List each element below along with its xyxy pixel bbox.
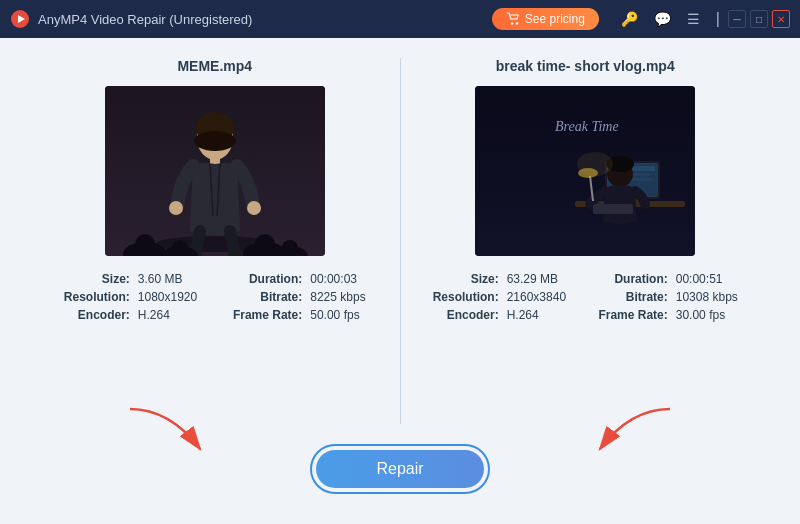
right-video-thumbnail: Break Time xyxy=(475,86,695,256)
titlebar-icons: 🔑 💬 ☰ xyxy=(617,9,704,29)
repair-button-wrapper: Repair xyxy=(310,444,489,494)
left-bitrate-label: Bitrate: xyxy=(219,290,302,304)
right-resolution-label: Resolution: xyxy=(421,290,499,304)
minimize-button[interactable]: ─ xyxy=(728,10,746,28)
svg-point-21 xyxy=(282,240,298,256)
left-framerate-label: Frame Rate: xyxy=(219,308,302,322)
right-duration-value: 00:00:51 xyxy=(676,272,750,286)
left-duration-label: Duration: xyxy=(219,272,302,286)
right-framerate-value: 30.00 fps xyxy=(676,308,750,322)
right-size-label: Size: xyxy=(421,272,499,286)
repair-area: Repair xyxy=(30,434,770,504)
menu-icon[interactable]: ☰ xyxy=(683,9,704,29)
left-video-meta: Size: 3.60 MB Duration: 00:00:03 Resolut… xyxy=(50,272,380,322)
left-framerate-value: 50.00 fps xyxy=(310,308,379,322)
window-controls: | ─ □ ✕ xyxy=(712,10,790,28)
left-resolution-value: 1080x1920 xyxy=(138,290,211,304)
svg-point-11 xyxy=(247,201,261,215)
svg-point-3 xyxy=(516,22,518,24)
app-title: AnyMP4 Video Repair (Unregistered) xyxy=(38,12,492,27)
left-bitrate-value: 8225 kbps xyxy=(310,290,379,304)
pricing-button[interactable]: See pricing xyxy=(492,8,599,30)
right-encoder-value: H.264 xyxy=(507,308,579,322)
svg-point-8 xyxy=(194,131,236,151)
right-bitrate-value: 10308 kbps xyxy=(676,290,750,304)
svg-text:Break Time: Break Time xyxy=(555,119,619,134)
close-button[interactable]: ✕ xyxy=(772,10,790,28)
right-resolution-value: 2160x3840 xyxy=(507,290,579,304)
maximize-button[interactable]: □ xyxy=(750,10,768,28)
left-video-filename: MEME.mp4 xyxy=(177,58,252,74)
left-encoder-label: Encoder: xyxy=(50,308,130,322)
svg-point-10 xyxy=(169,201,183,215)
main-content: MEME.mp4 xyxy=(0,38,800,524)
svg-point-19 xyxy=(172,240,188,256)
repair-button[interactable]: Repair xyxy=(316,450,483,488)
videos-container: MEME.mp4 xyxy=(30,58,770,424)
left-thumb-image xyxy=(105,86,325,256)
titlebar: AnyMP4 Video Repair (Unregistered) See p… xyxy=(0,0,800,38)
right-framerate-label: Frame Rate: xyxy=(586,308,668,322)
right-video-panel: break time- short vlog.mp4 Break Time xyxy=(400,58,771,424)
svg-point-37 xyxy=(578,168,598,178)
left-size-label: Size: xyxy=(50,272,130,286)
left-duration-value: 00:00:03 xyxy=(310,272,379,286)
svg-rect-34 xyxy=(593,204,633,214)
app-logo xyxy=(10,9,30,29)
chat-icon[interactable]: 💬 xyxy=(650,9,675,29)
left-video-thumbnail xyxy=(105,86,325,256)
right-video-filename: break time- short vlog.mp4 xyxy=(496,58,675,74)
left-resolution-label: Resolution: xyxy=(50,290,130,304)
right-size-value: 63.29 MB xyxy=(507,272,579,286)
svg-point-2 xyxy=(511,22,513,24)
left-encoder-value: H.264 xyxy=(138,308,211,322)
right-bitrate-label: Bitrate: xyxy=(586,290,668,304)
left-video-panel: MEME.mp4 xyxy=(30,58,400,424)
cart-icon xyxy=(506,12,520,26)
right-duration-label: Duration: xyxy=(586,272,668,286)
svg-point-18 xyxy=(135,234,155,254)
right-thumb-image: Break Time xyxy=(475,86,695,256)
right-encoder-label: Encoder: xyxy=(421,308,499,322)
left-size-value: 3.60 MB xyxy=(138,272,211,286)
right-video-meta: Size: 63.29 MB Duration: 00:00:51 Resolu… xyxy=(421,272,751,322)
key-icon[interactable]: 🔑 xyxy=(617,9,642,29)
svg-point-20 xyxy=(255,234,275,254)
